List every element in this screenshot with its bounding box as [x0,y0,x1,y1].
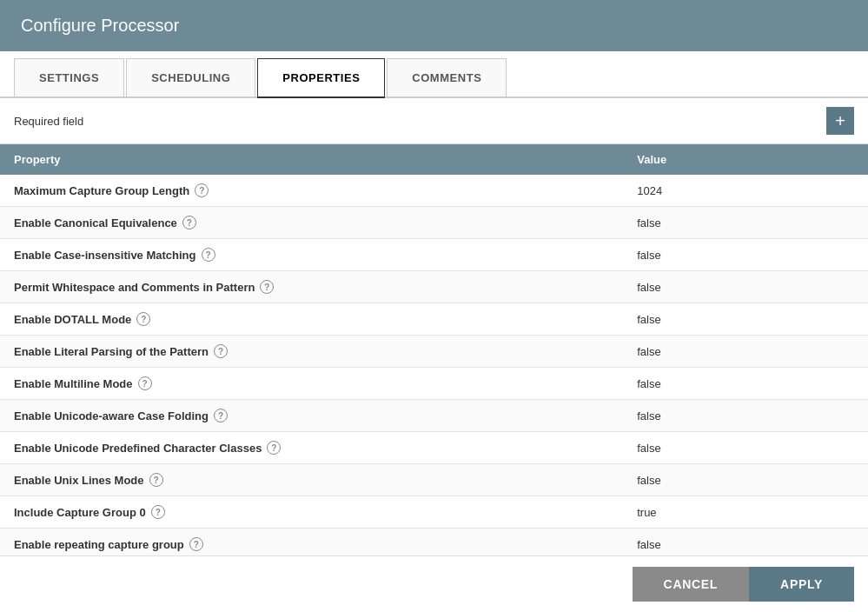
property-name-cell: Include Capture Group 0? [0,496,623,529]
property-action-cell [825,400,868,432]
tab-settings[interactable]: SETTINGS [14,58,124,96]
table-row: Enable Unix Lines Mode?false [0,464,868,496]
table-row: Enable Unicode Predefined Character Clas… [0,432,868,464]
property-value-cell: true [623,496,825,529]
property-name-cell: Enable Literal Parsing of the Pattern? [0,336,623,368]
help-icon[interactable]: ? [214,409,228,422]
help-icon[interactable]: ? [189,537,203,551]
dialog-header: Configure Processor [0,0,868,51]
table-header-row: Property Value [0,144,868,175]
column-header-property: Property [0,144,623,175]
property-action-cell [825,529,868,556]
property-name-cell: Enable DOTALL Mode? [0,303,623,336]
property-value-cell: false [623,432,825,464]
property-action-cell [825,496,868,529]
table-row: Enable DOTALL Mode?false [0,303,868,336]
required-field-label: Required field [14,115,83,128]
help-icon[interactable]: ? [149,473,163,487]
property-value-cell: false [623,336,825,368]
help-icon[interactable]: ? [260,280,274,294]
property-value-cell: false [623,271,825,303]
help-icon[interactable]: ? [151,505,165,519]
table-row: Enable repeating capture group?false [0,529,868,556]
table-row: Enable Literal Parsing of the Pattern?fa… [0,336,868,368]
property-value-cell: false [623,303,825,336]
help-icon[interactable]: ? [136,312,150,326]
property-action-cell [825,207,868,239]
help-icon[interactable]: ? [138,376,152,390]
property-name-cell: Enable Unicode Predefined Character Clas… [0,432,623,464]
tab-scheduling[interactable]: SCHEDULING [126,58,255,96]
property-action-cell [825,303,868,336]
dialog-title: Configure Processor [21,16,179,35]
property-value-cell: false [623,529,825,556]
configure-processor-dialog: Configure Processor SETTINGS SCHEDULING … [0,0,868,612]
table-row: Enable Multiline Mode?false [0,368,868,400]
property-value-cell: false [623,464,825,496]
property-value-cell: false [623,400,825,432]
tab-properties[interactable]: PROPERTIES [257,58,385,98]
tab-comments[interactable]: COMMENTS [387,58,507,96]
help-icon[interactable]: ? [195,183,209,197]
table-row: Enable Case-insensitive Matching?false [0,239,868,271]
help-icon[interactable]: ? [182,216,196,230]
cancel-button[interactable]: CANCEL [633,567,750,602]
help-icon[interactable]: ? [202,248,215,262]
property-action-cell [825,464,868,496]
dialog-footer: CANCEL APPLY [0,555,868,612]
content-area: Required field + Property Value Maximum … [0,98,868,555]
help-icon[interactable]: ? [214,344,228,358]
table-row: Maximum Capture Group Length?1024 [0,175,868,207]
table-row: Include Capture Group 0?true [0,496,868,529]
table-row: Permit Whitespace and Comments in Patter… [0,271,868,303]
property-name-cell: Enable Case-insensitive Matching? [0,239,623,271]
property-action-cell [825,239,868,271]
property-name-cell: Enable Canonical Equivalence? [0,207,623,239]
property-action-cell [825,271,868,303]
tabs-container: SETTINGS SCHEDULING PROPERTIES COMMENTS [0,51,868,98]
column-header-value: Value [623,144,825,175]
property-action-cell [825,336,868,368]
table-row: Enable Unicode-aware Case Folding?false [0,400,868,432]
add-property-button[interactable]: + [826,107,854,135]
property-value-cell: false [623,368,825,400]
properties-table: Property Value Maximum Capture Group Len… [0,144,868,555]
property-name-cell: Permit Whitespace and Comments in Patter… [0,271,623,303]
required-field-bar: Required field + [0,98,868,144]
property-value-cell: false [623,239,825,271]
apply-button[interactable]: APPLY [749,567,854,602]
property-value-cell: 1024 [623,175,825,207]
property-value-cell: false [623,207,825,239]
property-name-cell: Enable repeating capture group? [0,529,623,556]
property-name-cell: Enable Unix Lines Mode? [0,464,623,496]
column-header-actions [825,144,868,175]
property-action-cell [825,368,868,400]
property-action-cell [825,175,868,207]
property-action-cell [825,432,868,464]
property-name-cell: Maximum Capture Group Length? [0,175,623,207]
property-name-cell: Enable Multiline Mode? [0,368,623,400]
help-icon[interactable]: ? [267,441,281,455]
table-row: Enable Canonical Equivalence?false [0,207,868,239]
property-name-cell: Enable Unicode-aware Case Folding? [0,400,623,432]
properties-table-wrapper: Property Value Maximum Capture Group Len… [0,144,868,555]
